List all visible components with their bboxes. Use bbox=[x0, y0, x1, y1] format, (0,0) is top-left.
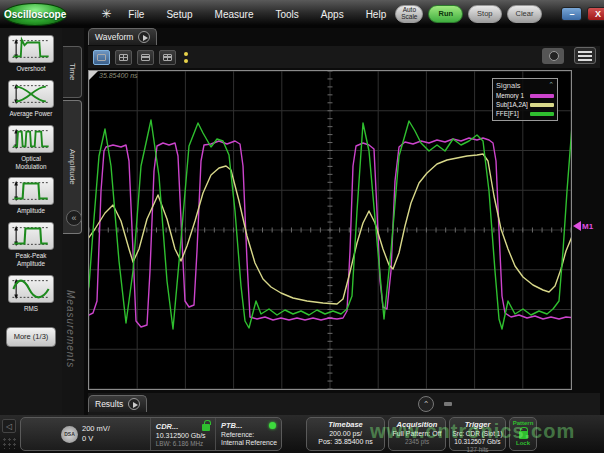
tab-time-label: Time bbox=[68, 63, 77, 80]
layout-rows-button[interactable] bbox=[137, 50, 154, 65]
acquisition-panel[interactable]: Acquisition Full Pattern: Off 2345 pts bbox=[388, 417, 446, 451]
menu-file[interactable]: File bbox=[119, 6, 153, 23]
ptb-block[interactable]: PTB... Reference: Internal Reference bbox=[215, 418, 281, 450]
app-logo: Oscilloscope bbox=[3, 3, 67, 26]
measurement-overshoot[interactable]: Overshoot bbox=[0, 35, 62, 73]
amplitude-icon bbox=[8, 177, 54, 205]
results-tab-label: Results bbox=[95, 399, 123, 409]
results-tab-menu-icon[interactable] bbox=[128, 398, 140, 410]
tab-time[interactable]: Time bbox=[63, 46, 82, 98]
waveform-tab-label: Waveform bbox=[95, 32, 133, 42]
titlebar-buttons: Auto Scale Run Stop Clear – X bbox=[395, 5, 604, 23]
camera-icon[interactable] bbox=[542, 48, 564, 64]
avgpower-icon bbox=[8, 80, 54, 108]
cdr-block[interactable]: CDR... 10.312500 Gb/s LBW: 6.186 MHz bbox=[150, 418, 215, 450]
pattern-lock-icon bbox=[519, 431, 528, 439]
sidebar-collapse-button[interactable]: « bbox=[66, 210, 82, 226]
measurement-avgpower[interactable]: Average Power bbox=[0, 80, 62, 118]
channel-panel-group: DSA 200 mV/ 0 V CDR... 10.312500 Gb/s LB… bbox=[20, 417, 282, 451]
pattern-lock-bottom-label: Lock bbox=[510, 440, 536, 446]
close-button[interactable]: X bbox=[587, 7, 604, 21]
measurement-peakpeak[interactable]: Peak-Peak Amplitude bbox=[0, 222, 62, 268]
signals-legend[interactable]: Signals ⌃ Memory 1Sub[1A,2A]FFE[F1] bbox=[492, 78, 558, 121]
legend-entry: Memory 1 bbox=[496, 92, 554, 99]
measurement-label: Average Power bbox=[10, 110, 53, 118]
legend-title: Signals bbox=[496, 81, 521, 90]
cdr-lock-icon bbox=[202, 424, 210, 431]
measurement-label: Optical Modulation bbox=[16, 155, 47, 171]
auto-scale-button[interactable]: Auto Scale bbox=[395, 5, 423, 23]
legend-entry: Sub[1A,2A] bbox=[496, 101, 554, 108]
waveform-tab-menu-icon[interactable] bbox=[138, 31, 150, 43]
waveform-tab[interactable]: Waveform bbox=[88, 28, 157, 45]
trigger-hits: 127 hits bbox=[450, 446, 505, 453]
rms-icon bbox=[8, 275, 54, 303]
minimize-button[interactable]: – bbox=[561, 7, 582, 21]
clear-button[interactable]: Clear bbox=[507, 5, 543, 23]
acquisition-pattern: Full Pattern: Off bbox=[389, 430, 445, 437]
dsa-badge: DSA bbox=[61, 426, 78, 443]
layout-rows-icon bbox=[141, 54, 150, 61]
menu-help[interactable]: Help bbox=[357, 6, 396, 23]
reference-corner-flag bbox=[89, 71, 98, 80]
status-bar: ◁ DSA 200 mV/ 0 V CDR... 10.312500 Gb/s … bbox=[0, 415, 604, 453]
waveform-area: Waveform 35.85400 ns Signals ⌃ Memory 1S… bbox=[84, 28, 604, 415]
hamburger-menu-icon[interactable] bbox=[574, 47, 596, 64]
more-measurements-button[interactable]: More (1/3) bbox=[6, 327, 56, 347]
marker-m1[interactable]: M1 bbox=[573, 221, 593, 231]
ptb-reference-label: Reference: bbox=[221, 431, 276, 438]
channel-offset: 0 V bbox=[82, 434, 110, 444]
statusbar-scroll-left-button[interactable]: ◁ bbox=[2, 419, 16, 433]
channel-block[interactable]: DSA 200 mV/ 0 V bbox=[21, 418, 150, 450]
cdr-title: CDR... bbox=[156, 422, 179, 431]
cdr-rate: 10.312500 Gb/s bbox=[156, 432, 210, 439]
menu-apps[interactable]: Apps bbox=[312, 6, 353, 23]
layout-quad-button[interactable] bbox=[115, 50, 132, 65]
measurement-amplitude[interactable]: Amplitude bbox=[0, 177, 62, 215]
title-bar: Oscilloscope ✳ FileSetupMeasureToolsApps… bbox=[0, 0, 604, 28]
layout-single-button[interactable] bbox=[93, 50, 110, 65]
results-resize-icon[interactable] bbox=[444, 402, 452, 406]
acquisition-points: 2345 pts bbox=[389, 438, 445, 445]
timebase-title: Timebase bbox=[307, 420, 384, 429]
channel-scale: 200 mV/ bbox=[82, 424, 110, 434]
trigger-title: Trigger bbox=[450, 420, 505, 429]
splitter-handle[interactable] bbox=[184, 52, 188, 63]
pattern-lock-button[interactable]: Pattern Lock bbox=[509, 417, 537, 451]
timebase-panel[interactable]: Timebase 200.00 ps/ Pos: 35.85400 ns bbox=[306, 417, 385, 451]
layout-six-button[interactable] bbox=[159, 50, 176, 65]
trigger-panel[interactable]: Trigger Src: CDR (Slot 1) 10.312507 Gb/s… bbox=[449, 417, 506, 451]
measurement-label: Overshoot bbox=[16, 65, 45, 73]
timebase-scale: 200.00 ps/ bbox=[307, 430, 384, 437]
run-button[interactable]: Run bbox=[428, 5, 463, 23]
timebase-position-label: 35.85400 ns bbox=[99, 72, 138, 79]
overshoot-icon bbox=[8, 35, 54, 63]
optmod-icon bbox=[8, 125, 54, 153]
measurement-rms[interactable]: RMS bbox=[0, 275, 62, 313]
results-tab[interactable]: Results bbox=[88, 395, 147, 412]
waveform-plot[interactable]: 35.85400 ns Signals ⌃ Memory 1Sub[1A,2A]… bbox=[88, 70, 572, 390]
marker-m1-arrow-icon bbox=[573, 221, 581, 231]
layout-quad-icon bbox=[119, 54, 128, 61]
pattern-lock-top-label: Pattern bbox=[510, 420, 536, 426]
legend-entry-label: FFE[F1] bbox=[496, 110, 519, 117]
app-logo-label: Oscilloscope bbox=[4, 9, 66, 20]
peakpeak-icon bbox=[8, 222, 54, 250]
ptb-status-led bbox=[269, 422, 276, 429]
layout-single-icon bbox=[97, 54, 106, 61]
legend-rows: Memory 1Sub[1A,2A]FFE[F1] bbox=[496, 92, 554, 117]
menu-measure[interactable]: Measure bbox=[206, 6, 263, 23]
ptb-reference-value: Internal Reference bbox=[221, 439, 276, 446]
measurement-label: RMS bbox=[24, 305, 38, 313]
oscilloscope-app: Oscilloscope ✳ FileSetupMeasureToolsApps… bbox=[0, 0, 604, 453]
stop-button[interactable]: Stop bbox=[468, 5, 501, 23]
menu-setup[interactable]: Setup bbox=[157, 6, 201, 23]
trigger-rate: 10.312507 Gb/s bbox=[450, 438, 505, 445]
legend-collapse-icon[interactable]: ⌃ bbox=[548, 81, 554, 90]
measurement-optmod[interactable]: Optical Modulation bbox=[0, 125, 62, 171]
statusbar-grid-icon[interactable] bbox=[2, 437, 16, 449]
menu-tools[interactable]: Tools bbox=[266, 6, 307, 23]
legend-entry-label: Sub[1A,2A] bbox=[496, 101, 528, 108]
marker-m1-label: M1 bbox=[582, 222, 593, 231]
results-collapse-button[interactable]: ⌃ bbox=[418, 396, 434, 412]
